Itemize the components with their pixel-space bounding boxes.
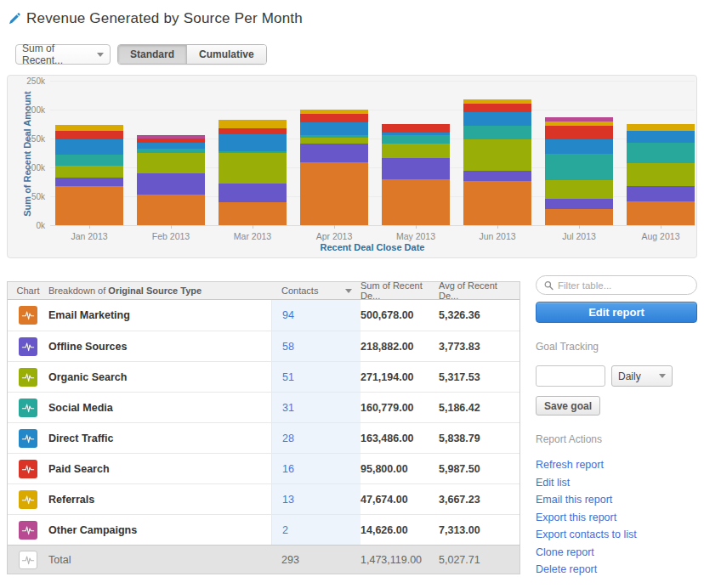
bar-segment-offline-sources[interactable] (219, 184, 287, 202)
bar-segment-email-marketing[interactable] (219, 202, 287, 225)
save-goal-button[interactable]: Save goal (536, 396, 600, 416)
avg-value: 3,773.83 (439, 331, 519, 361)
x-tick (253, 225, 253, 229)
bar-segment-referrals[interactable] (627, 124, 695, 131)
bar-segment-email-marketing[interactable] (545, 209, 613, 225)
contacts-link[interactable]: 31 (282, 402, 294, 414)
action-link-delete-report[interactable]: Delete report (536, 561, 697, 579)
bar-segment-offline-sources[interactable] (627, 186, 695, 201)
stacked-bar-chart-panel: Sum of Recent Deal Amount 0k50k100k150k2… (7, 75, 697, 258)
goal-frequency-select[interactable]: Daily (611, 365, 673, 387)
breakdown-bold: Original Source Type (108, 286, 202, 296)
bar-segment-offline-sources[interactable] (382, 158, 450, 179)
stacked-bar-apr-2013[interactable] (300, 110, 368, 225)
bar-segment-email-marketing[interactable] (627, 201, 695, 225)
bar-segment-organic-search[interactable] (300, 138, 368, 144)
bar-segment-organic-search[interactable] (627, 163, 695, 186)
bar-segment-social-media[interactable] (382, 135, 450, 144)
contacts-link[interactable]: 94 (282, 309, 294, 321)
bar-segment-offline-sources[interactable] (545, 199, 613, 209)
bar-segment-referrals[interactable] (55, 125, 123, 131)
avg-value: 5,317.53 (439, 362, 519, 392)
x-tick (416, 225, 417, 229)
edit-pencil-icon[interactable] (9, 13, 20, 25)
bar-segment-email-marketing[interactable] (382, 179, 450, 225)
stacked-bar-feb-2013[interactable] (137, 135, 205, 225)
total-sum: 1,473,119.00 (361, 546, 439, 574)
bar-segment-referrals[interactable] (219, 120, 287, 128)
col-header-contacts[interactable]: Contacts (271, 282, 361, 299)
bar-segment-social-media[interactable] (463, 126, 531, 139)
contacts-link[interactable]: 28 (282, 433, 294, 444)
toggle-cumulative-button[interactable]: Cumulative (186, 45, 266, 64)
bar-segment-paid-search[interactable] (55, 131, 123, 139)
action-link-refresh-report[interactable]: Refresh report (536, 456, 697, 474)
contacts-link[interactable]: 58 (282, 341, 294, 353)
bar-segment-offline-sources[interactable] (300, 144, 368, 162)
bar-segment-organic-search[interactable] (382, 144, 450, 158)
bar-segment-direct-traffic[interactable] (627, 131, 695, 143)
bar-segment-direct-traffic[interactable] (219, 134, 287, 151)
contacts-link[interactable]: 13 (282, 494, 294, 506)
stacked-bar-jul-2013[interactable] (545, 117, 613, 225)
search-icon (544, 280, 554, 291)
stacked-bar-mar-2013[interactable] (219, 120, 287, 225)
bar-segment-direct-traffic[interactable] (137, 143, 205, 149)
table-row-email-marketing: Email Marketing94500,678.005,326.36 (8, 300, 519, 331)
action-link-clone-report[interactable]: Clone report (536, 544, 697, 562)
bar-segment-offline-sources[interactable] (463, 171, 531, 181)
bar-segment-email-marketing[interactable] (137, 195, 205, 225)
bar-segment-direct-traffic[interactable] (545, 139, 613, 154)
bar-segment-paid-search[interactable] (463, 104, 531, 112)
bar-segment-email-marketing[interactable] (463, 181, 531, 225)
bar-segment-direct-traffic[interactable] (55, 139, 123, 155)
action-link-export-contacts-to-list[interactable]: Export contacts to list (536, 526, 697, 544)
bar-segment-organic-search[interactable] (545, 180, 613, 199)
bar-segment-offline-sources[interactable] (55, 178, 123, 186)
bar-segment-paid-search[interactable] (300, 114, 368, 122)
table-header-row: Chart Breakdown of Original Source Type … (8, 282, 519, 300)
sum-value: 14,626.00 (361, 515, 439, 545)
sparkline-icon (19, 306, 37, 325)
x-tick (334, 225, 335, 229)
action-link-email-this-report[interactable]: Email this report (536, 491, 697, 509)
stacked-bar-may-2013[interactable] (382, 124, 450, 225)
contacts-link[interactable]: 51 (282, 371, 294, 383)
bar-segment-organic-search[interactable] (463, 139, 531, 171)
avg-value: 7,313.00 (439, 515, 519, 545)
stacked-bar-aug-2013[interactable] (627, 124, 695, 225)
stacked-bar-jun-2013[interactable] (463, 99, 531, 225)
bar-segment-organic-search[interactable] (219, 153, 287, 184)
contacts-link[interactable]: 16 (282, 463, 294, 475)
goal-frequency-value: Daily (618, 370, 641, 382)
action-link-edit-list[interactable]: Edit list (536, 474, 697, 492)
avg-value: 5,326.36 (439, 300, 519, 331)
metric-dropdown[interactable]: Sum of Recent... (15, 44, 111, 65)
bar-segment-offline-sources[interactable] (137, 173, 205, 195)
bar-segment-social-media[interactable] (545, 154, 613, 180)
bar-segment-direct-traffic[interactable] (300, 122, 368, 135)
sparkline-icon (19, 399, 37, 417)
bar-segment-paid-search[interactable] (382, 124, 450, 133)
filter-table-input[interactable] (558, 280, 689, 291)
source-label: Organic Search (48, 362, 271, 392)
avg-value: 5,838.79 (439, 423, 519, 453)
bar-segment-email-marketing[interactable] (55, 186, 123, 225)
chevron-down-icon (97, 53, 104, 57)
bar-segment-organic-search[interactable] (137, 153, 205, 173)
filter-table-field[interactable] (536, 275, 697, 295)
report-actions-heading: Report Actions (536, 433, 697, 445)
action-link-export-this-report[interactable]: Export this report (536, 509, 697, 527)
contacts-link[interactable]: 2 (282, 524, 288, 536)
bar-segment-direct-traffic[interactable] (463, 112, 531, 126)
toggle-standard-button[interactable]: Standard (118, 45, 186, 64)
bar-segment-paid-search[interactable] (545, 126, 613, 139)
stacked-bar-jan-2013[interactable] (55, 125, 123, 225)
bar-segment-organic-search[interactable] (55, 166, 123, 178)
goal-amount-input[interactable] (536, 365, 605, 387)
bar-segment-email-marketing[interactable] (300, 162, 368, 225)
bar-segment-social-media[interactable] (55, 155, 123, 166)
edit-report-button[interactable]: Edit report (536, 302, 697, 323)
bar-segment-social-media[interactable] (627, 143, 695, 163)
bar-segment-paid-search[interactable] (219, 128, 287, 134)
